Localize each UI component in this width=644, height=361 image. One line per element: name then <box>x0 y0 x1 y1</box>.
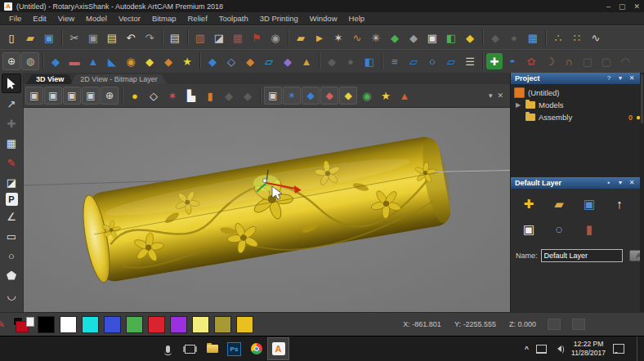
copy-relief-icon[interactable]: ◧ <box>442 29 460 47</box>
relief-dim-icon[interactable]: ◆ <box>486 29 504 47</box>
coin-gold-icon[interactable]: ◉ <box>122 52 140 70</box>
palette-swatch[interactable] <box>82 316 99 333</box>
panel-close-icon[interactable]: ✕ <box>628 74 636 82</box>
relief-green-icon[interactable]: ◆ <box>386 29 404 47</box>
palette-swatch[interactable] <box>236 316 253 333</box>
folder-export-icon[interactable]: ▰ <box>292 29 310 47</box>
maximize-button[interactable]: ▢ <box>619 2 626 11</box>
tab-2d-view-bitmap-layer[interactable]: 2D View - Bitmap Layer <box>70 74 167 84</box>
cut-icon[interactable]: ✂ <box>65 29 83 47</box>
new-layer-star-icon[interactable]: ★ <box>178 52 196 70</box>
dim-sphere-icon[interactable]: ● <box>342 52 360 70</box>
star-zoom-icon[interactable]: ★ <box>377 87 395 105</box>
menu-item-vector[interactable]: Vector <box>113 14 146 23</box>
palette-swatch[interactable] <box>38 316 55 333</box>
paste-icon[interactable]: ▤ <box>103 29 121 47</box>
palette-swatch[interactable] <box>192 316 209 333</box>
gear-icon[interactable]: ✳ <box>367 29 385 47</box>
status-button-1[interactable] <box>548 319 561 330</box>
open-model-icon[interactable]: ▰ <box>21 29 39 47</box>
arc-tool-icon[interactable]: ◡ <box>2 286 20 304</box>
smooth-relief-icon[interactable]: ▣ <box>423 29 441 47</box>
undo-icon[interactable]: ↶ <box>122 29 140 47</box>
add-relief-icon[interactable]: ✚ <box>486 53 503 69</box>
color-blocks-icon[interactable]: ▦ <box>524 29 542 47</box>
menu-item-model[interactable]: Model <box>80 14 113 23</box>
close-button[interactable]: ✕ <box>633 2 640 11</box>
tab-3d-view[interactable]: 3D View <box>26 74 74 84</box>
polygon-tool-icon[interactable] <box>2 266 20 284</box>
model-notes-icon[interactable]: ▤ <box>166 29 184 47</box>
layer-stack-icon[interactable]: ☰ <box>461 52 479 70</box>
menu-item-edit[interactable]: Edit <box>27 14 51 23</box>
block-red-icon[interactable]: ▬ <box>65 52 83 70</box>
palette-pencil-icon[interactable]: ✎ <box>0 319 7 330</box>
light-bulb-icon[interactable]: ● <box>126 87 144 105</box>
clipboard-icon[interactable]: ▥ <box>191 29 209 47</box>
clock[interactable]: 12:22 PM 11/28/2017 <box>571 340 606 357</box>
cone-blue-icon[interactable]: ▲ <box>84 52 102 70</box>
marquee-circle-icon[interactable]: ◌ <box>549 220 569 238</box>
plane-blue-icon[interactable]: ◆ <box>302 87 320 105</box>
circles-green-icon[interactable]: ◉ <box>358 87 376 105</box>
network-icon[interactable] <box>536 345 547 354</box>
tray-expand-icon[interactable]: ^ <box>525 345 529 353</box>
spark-icon[interactable]: ✶ <box>329 29 347 47</box>
layer-name-input[interactable] <box>541 249 623 262</box>
copy-icon[interactable]: ▣ <box>84 29 102 47</box>
twist-blue-icon[interactable]: ◣ <box>103 52 121 70</box>
action-center-icon[interactable] <box>613 344 624 354</box>
status-button-2[interactable] <box>572 319 585 330</box>
zoom-tool-icon[interactable]: ⊕ <box>2 52 20 70</box>
palette-swatch[interactable] <box>148 316 165 333</box>
axis-triad-icon[interactable]: ✶ <box>163 87 181 105</box>
mesh-icon[interactable]: ∷ <box>568 29 586 47</box>
move-layer-up-icon[interactable]: ↑ <box>610 194 629 212</box>
chevron-down-icon[interactable]: ▾ <box>489 91 493 100</box>
nodes-icon[interactable]: ∴ <box>549 29 567 47</box>
panel-scrollbar[interactable] <box>640 73 644 312</box>
weave2-orange-icon[interactable]: ◆ <box>241 52 259 70</box>
sweep-icon[interactable]: ∿ <box>348 29 366 47</box>
dim-box1-icon[interactable]: ▢ <box>579 52 597 70</box>
photoshop-icon[interactable]: Ps <box>223 337 245 360</box>
arrow-export-icon[interactable]: ► <box>311 29 329 47</box>
cone-gold-icon[interactable]: ▲ <box>297 52 315 70</box>
open-layer-icon[interactable]: ▰ <box>549 194 569 212</box>
menu-item-relief[interactable]: Relief <box>182 14 213 23</box>
offset-blue-icon[interactable]: ▱ <box>260 52 278 70</box>
new-model-icon[interactable]: ▯ <box>2 29 20 47</box>
panel-pin-icon[interactable]: ▾ <box>616 74 624 82</box>
palette-swatch[interactable] <box>60 316 77 333</box>
cortana-mic-icon[interactable] <box>157 337 179 360</box>
sheet-icon[interactable]: ▱ <box>405 52 423 70</box>
arch-icon[interactable]: ∩ <box>560 52 578 70</box>
ring-icon[interactable]: ○ <box>423 52 441 70</box>
dim-brush-icon[interactable]: ◆ <box>239 87 257 105</box>
show-desktop-button[interactable] <box>637 336 641 361</box>
chrome-icon[interactable] <box>245 337 267 360</box>
expander-icon[interactable]: ▶ <box>514 101 522 109</box>
stack-icon[interactable]: ≡ <box>386 52 404 70</box>
material-grid-icon[interactable]: ▦ <box>229 29 247 47</box>
measure-tool-icon[interactable]: ↗ <box>2 95 20 113</box>
zoom-extent-icon[interactable]: ⊕ <box>101 87 119 105</box>
view-cube-front-icon[interactable]: ▣ <box>25 87 43 105</box>
menu-item-view[interactable]: View <box>52 14 80 23</box>
dim-angle-icon[interactable]: ◆ <box>323 52 341 70</box>
copy-view-icon[interactable]: ▣ <box>264 87 282 105</box>
shape-blue-icon[interactable]: ◆ <box>47 52 65 70</box>
3d-viewport[interactable] <box>24 108 510 312</box>
save-layer-icon[interactable]: ▣ <box>579 194 599 212</box>
dim-box2-icon[interactable]: ▢ <box>597 52 615 70</box>
tilt-sheet-icon[interactable]: ▱ <box>442 52 460 70</box>
plane-red-icon[interactable]: ◆ <box>320 87 338 105</box>
rosette-red-icon[interactable]: ✿ <box>522 52 540 70</box>
pour-blue-icon[interactable]: ◓ <box>503 52 521 70</box>
grid-tool-icon[interactable]: ▦ <box>2 134 20 152</box>
plane-white-icon[interactable]: ◇ <box>145 87 163 105</box>
relief-yellow-icon[interactable]: ◆ <box>461 29 479 47</box>
minimize-button[interactable]: – <box>606 2 610 11</box>
tree-item-untitled[interactable]: (Untitled) <box>514 87 641 99</box>
paste-relief-icon[interactable]: ◧ <box>360 52 378 70</box>
